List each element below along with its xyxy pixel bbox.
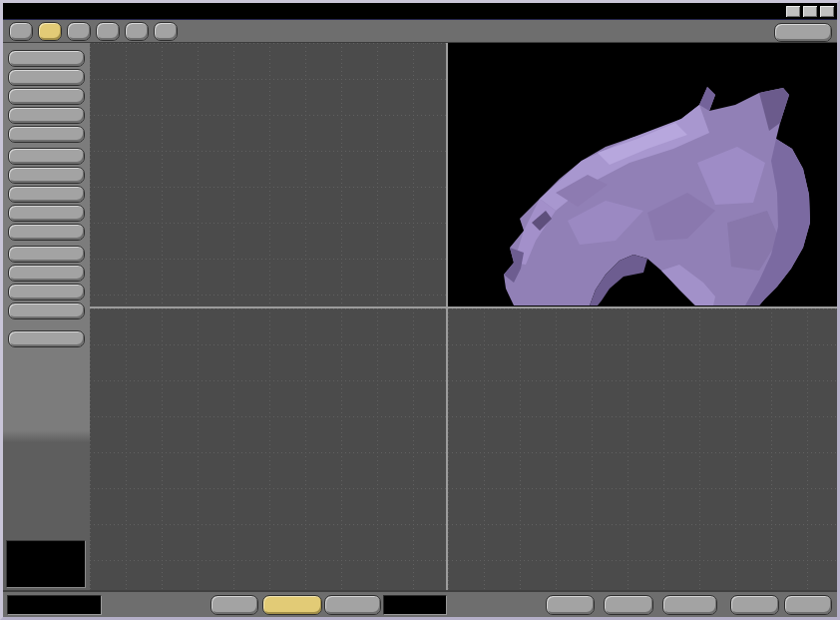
viewport-shaded-preview[interactable] [448, 43, 837, 307]
viewport-face-view[interactable] [90, 309, 446, 590]
viewport-area [90, 43, 837, 590]
mode-volume-button[interactable] [324, 595, 381, 615]
mode-polygon-button[interactable] [262, 595, 322, 615]
tool-bend[interactable] [8, 224, 85, 241]
maximize-button[interactable] [802, 5, 818, 18]
grid-size-display [7, 595, 102, 615]
tool-sidebar [3, 43, 90, 590]
tool-vortex[interactable] [8, 265, 85, 282]
app-window [0, 0, 840, 620]
minimize-button[interactable] [785, 5, 801, 18]
tool-taper2[interactable] [8, 205, 85, 222]
tool-shear[interactable] [8, 148, 85, 165]
cut-button[interactable] [546, 595, 595, 615]
viewport-top-view[interactable] [90, 43, 446, 307]
menu-modify[interactable] [38, 22, 62, 41]
copy-button[interactable] [604, 595, 653, 615]
preview-swatch [6, 540, 86, 588]
window-controls [785, 5, 835, 18]
viewport-left-view[interactable] [448, 309, 837, 590]
wireframe-top-view [90, 43, 446, 307]
quit-button[interactable] [774, 23, 832, 42]
selection-count-display [383, 595, 447, 615]
menu-polygon[interactable] [96, 22, 120, 41]
menu-objects[interactable] [9, 22, 33, 41]
undo-button[interactable] [784, 595, 832, 615]
tool-pole2[interactable] [8, 303, 85, 319]
tool-twist[interactable] [8, 167, 85, 184]
wireframe-face-view [90, 309, 446, 590]
tool-pole1[interactable] [8, 284, 85, 301]
tool-size[interactable] [8, 88, 85, 105]
tool-rotate[interactable] [8, 69, 85, 86]
status-bar [3, 590, 837, 617]
numeric-button[interactable] [8, 330, 85, 347]
tool-stretch[interactable] [8, 107, 85, 124]
redo-button[interactable] [730, 595, 779, 615]
titlebar [3, 3, 837, 20]
paste-button[interactable] [662, 595, 717, 615]
mode-point-button[interactable] [210, 595, 258, 615]
shaded-horse-head-model [448, 43, 837, 307]
wireframe-left-view [448, 309, 837, 590]
close-button[interactable] [819, 5, 835, 18]
menu-display[interactable] [154, 22, 178, 41]
tool-drag[interactable] [8, 126, 85, 143]
tool-move[interactable] [8, 50, 85, 67]
tool-taper1[interactable] [8, 186, 85, 203]
tool-magnet[interactable] [8, 246, 85, 263]
menu-multiply[interactable] [67, 22, 91, 41]
menu-tools[interactable] [125, 22, 149, 41]
menu-bar [3, 21, 837, 44]
